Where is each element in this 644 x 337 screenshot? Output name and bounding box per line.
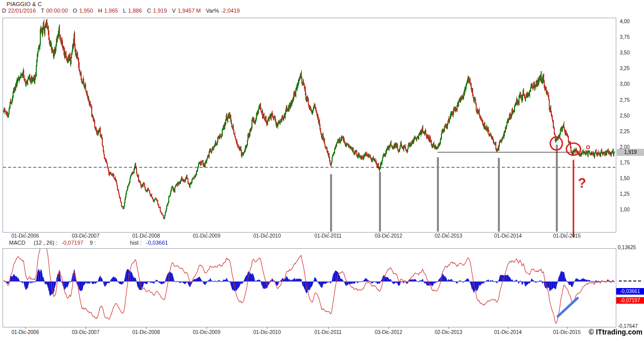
price-tick-label: 3,00 bbox=[620, 81, 629, 87]
macd-info-line: MACD(12 , 26) :-0,071979 :hist :-0,03661 bbox=[0, 240, 644, 246]
quote-line: D22/01/2016T00:00:00O1,950H1,965L1,886C1… bbox=[2, 8, 240, 14]
quote-value: 22/01/2016 bbox=[8, 8, 36, 14]
x-axis-tick bbox=[328, 232, 329, 234]
quote-value: 1,965 bbox=[104, 8, 118, 14]
quote-label: L bbox=[123, 8, 126, 14]
x-axis-label: 01-Dic-2011 bbox=[307, 329, 349, 335]
x-axis-tick bbox=[567, 232, 567, 234]
x-axis-label: 01-Dic-2006 bbox=[4, 329, 46, 335]
x-axis-tick bbox=[146, 232, 147, 234]
quote-value: -2,0419 bbox=[221, 8, 240, 14]
instrument-title: PIAGGIO & C bbox=[7, 1, 42, 7]
x-axis-label: 03-Dic-2012 bbox=[367, 329, 410, 335]
price-chart-panel: ? bbox=[3, 18, 616, 233]
macd-info-token: 9 : bbox=[90, 240, 96, 246]
macd-zero-axis-mark bbox=[619, 280, 641, 282]
price-tick-label: 3,25 bbox=[620, 66, 629, 71]
x-axis-label: 01-Dic-2014 bbox=[487, 329, 529, 335]
quote-label: C bbox=[147, 8, 151, 14]
x-axis-tick bbox=[267, 232, 268, 234]
quote-label: O bbox=[73, 8, 78, 14]
x-axis-label: 03-Dic-2007 bbox=[65, 329, 107, 335]
macd-canvas bbox=[3, 249, 615, 327]
price-tick-label: 1,25 bbox=[620, 191, 629, 197]
x-axis-label: 01-Dic-2008 bbox=[125, 329, 167, 335]
macd-axis-max-label: 0,13625 bbox=[618, 245, 636, 250]
price-tick-label: 4,00 bbox=[620, 19, 629, 24]
quote-value: 1,9457 M bbox=[178, 8, 201, 14]
macd-info-token: (12 , 26) : bbox=[34, 240, 57, 246]
x-axis-label: 01-Dic-2009 bbox=[185, 329, 228, 335]
price-tick-label: 2,75 bbox=[620, 97, 629, 103]
x-axis-tick bbox=[328, 327, 329, 329]
x-axis-tick bbox=[389, 327, 389, 329]
quote-label: T bbox=[41, 8, 44, 14]
price-tick-label: 1,50 bbox=[620, 176, 629, 181]
x-axis-tick bbox=[25, 232, 26, 234]
x-axis-tick bbox=[448, 232, 449, 234]
price-tick-label: 2,50 bbox=[620, 113, 629, 119]
x-axis-label: 01-Dic-2010 bbox=[246, 329, 288, 335]
x-axis-tick bbox=[207, 232, 207, 234]
macd-info-token: -0,07197 bbox=[61, 240, 83, 246]
price-tick-label: 3,50 bbox=[620, 50, 629, 55]
quote-label: Var% bbox=[206, 8, 219, 14]
x-axis-tick bbox=[508, 327, 508, 329]
x-axis-tick bbox=[567, 327, 567, 329]
quote-value: 1,950 bbox=[79, 8, 93, 14]
quote-value: 00:00:00 bbox=[46, 8, 68, 14]
macd-info-token: -0,03661 bbox=[146, 240, 168, 246]
quote-label: V bbox=[172, 8, 175, 14]
quote-value: 1,886 bbox=[128, 8, 142, 14]
macd-info-token: hist : bbox=[130, 240, 142, 246]
price-tick-label: 1,75 bbox=[620, 160, 629, 165]
quote-label: D bbox=[2, 8, 6, 14]
last-price-box: 1,919 bbox=[617, 149, 644, 156]
macd-info-token: MACD bbox=[9, 240, 25, 246]
candlestick-canvas bbox=[3, 18, 615, 232]
x-axis-tick bbox=[389, 232, 389, 234]
quote-label: H bbox=[98, 8, 102, 14]
x-axis-label: 01-Dic-2015 bbox=[546, 329, 588, 335]
x-axis-tick bbox=[267, 327, 268, 329]
x-axis-tick bbox=[25, 327, 26, 329]
x-axis-tick bbox=[86, 327, 86, 329]
x-axis-tick bbox=[207, 327, 207, 329]
macd-panel bbox=[3, 248, 616, 327]
price-tick-label: 3,75 bbox=[620, 34, 629, 40]
macd-value-box: -0,07197 bbox=[616, 297, 644, 304]
quote-value: 1,919 bbox=[153, 8, 167, 14]
x-axis-label: 02-Dic-2013 bbox=[427, 329, 470, 335]
ittrading-watermark: © ITtrading.com bbox=[589, 328, 642, 336]
x-axis-tick bbox=[146, 327, 147, 329]
x-axis-tick bbox=[448, 327, 449, 329]
price-tick-label: 2,25 bbox=[620, 129, 629, 134]
x-axis-tick bbox=[86, 232, 86, 234]
chart-application-window: PIAGGIO & C D22/01/2016T00:00:00O1,950H1… bbox=[0, 0, 644, 337]
hist-value-box: -0,03661 bbox=[616, 288, 644, 295]
price-tick-label: 1,00 bbox=[620, 207, 629, 212]
x-axis-tick bbox=[508, 232, 508, 234]
